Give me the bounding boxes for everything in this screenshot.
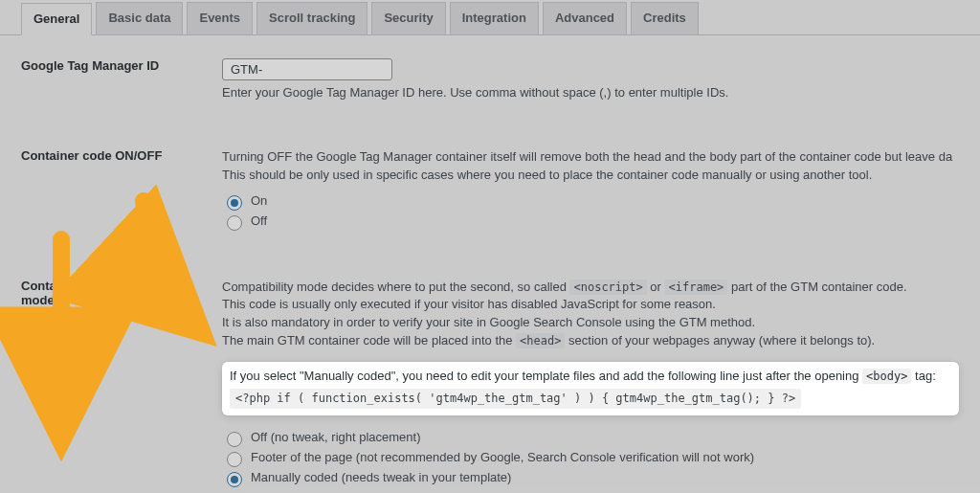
compat-radio-off-input[interactable]: [227, 432, 242, 447]
manual-code-highlight: If you select "Manually coded", you need…: [222, 362, 959, 415]
row-label-gtm-id: Google Tag Manager ID: [21, 35, 222, 125]
tab-advanced[interactable]: Advanced: [543, 2, 627, 34]
compat-para1b: or: [650, 280, 664, 294]
row-label-compat: Container code compatibility mode: [21, 256, 222, 493]
php-snippet: <?php if ( function_exists( 'gtm4wp_the_…: [230, 389, 801, 409]
onoff-radio-off-input[interactable]: [227, 215, 242, 231]
highlight-text-b: tag:: [915, 369, 936, 383]
tab-security[interactable]: Security: [371, 2, 445, 34]
compat-para1c: part of the GTM container code.: [731, 280, 907, 294]
code-head: <head>: [516, 333, 565, 348]
onoff-description-line2: This should be only used in specific cas…: [222, 168, 872, 182]
compat-para3: It is also mandatory in order to verify …: [222, 315, 755, 329]
compat-radio-off-label: Off (no tweak, right placement): [251, 429, 421, 447]
compat-radio-footer-input[interactable]: [227, 452, 242, 467]
settings-tab-bar: General Basic data Events Scroll trackin…: [0, 0, 980, 35]
onoff-radio-on-label: On: [251, 192, 267, 211]
compat-radio-footer[interactable]: Footer of the page (not recommended by G…: [222, 449, 959, 467]
compat-para4a: The main GTM container code will be plac…: [222, 333, 516, 347]
compat-radio-manual-input[interactable]: [227, 472, 242, 487]
settings-form-table: Google Tag Manager ID Enter your Google …: [21, 35, 959, 493]
highlight-text-a: If you select "Manually coded", you need…: [230, 369, 862, 383]
row-label-onoff: Container code ON/OFF: [21, 125, 222, 256]
tab-credits[interactable]: Credits: [631, 2, 699, 34]
tab-events[interactable]: Events: [187, 2, 253, 34]
compat-radio-off[interactable]: Off (no tweak, right placement): [222, 429, 959, 447]
tab-label: Security: [384, 11, 433, 25]
tab-label: Advanced: [555, 11, 614, 25]
code-noscript: <noscript>: [569, 280, 646, 295]
onoff-description-line1: Turning OFF the Google Tag Manager conta…: [222, 149, 952, 164]
tab-scroll-tracking[interactable]: Scroll tracking: [256, 2, 368, 34]
onoff-radio-on[interactable]: On: [222, 192, 959, 211]
code-body-tag: <body>: [862, 369, 911, 384]
tab-label: Events: [199, 11, 240, 25]
gtm-id-input[interactable]: [222, 58, 392, 80]
compat-radio-manual-label: Manually coded (needs tweak in your temp…: [251, 469, 511, 487]
onoff-radio-on-input[interactable]: [227, 195, 242, 211]
tab-label: Scroll tracking: [269, 11, 355, 25]
compat-radio-manual[interactable]: Manually coded (needs tweak in your temp…: [222, 469, 959, 487]
tab-label: General: [33, 11, 79, 26]
tab-label: Basic data: [108, 11, 170, 25]
tab-general[interactable]: General: [21, 3, 92, 35]
compat-para1a: Compatibility mode decides where to put …: [222, 280, 569, 294]
compat-para2: This code is usually only executed if yo…: [222, 297, 716, 311]
tab-label: Credits: [643, 11, 686, 25]
onoff-radio-off[interactable]: Off: [222, 213, 959, 231]
compat-para4b: section of your webpages anyway (where i…: [568, 333, 875, 347]
gtm-id-description: Enter your Google Tag Manager ID here. U…: [222, 84, 959, 102]
compat-radio-footer-label: Footer of the page (not recommended by G…: [251, 449, 754, 467]
tab-label: Integration: [462, 11, 526, 25]
code-iframe: <iframe>: [665, 280, 728, 295]
onoff-radio-off-label: Off: [251, 213, 267, 231]
tab-integration[interactable]: Integration: [450, 2, 539, 34]
tab-basic-data[interactable]: Basic data: [96, 2, 183, 34]
